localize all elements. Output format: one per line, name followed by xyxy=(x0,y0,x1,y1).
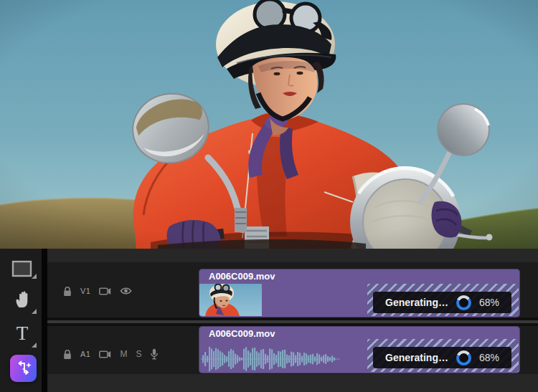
progress-spinner xyxy=(456,350,471,365)
mute-button[interactable]: M xyxy=(120,349,127,359)
track-divider[interactable] xyxy=(47,317,538,326)
clip-name: A006C009.mov xyxy=(209,271,275,282)
audio-track-header: A1 M S xyxy=(63,348,159,360)
generating-badge: Generating… 68% xyxy=(373,292,511,313)
video-track-target[interactable]: V1 xyxy=(80,287,90,295)
progress-percent: 68% xyxy=(479,297,499,308)
audio-waveform xyxy=(201,344,344,374)
video-clip[interactable]: A006C009.mov xyxy=(199,269,520,317)
premiere-pro-ui: T V1 xyxy=(0,0,538,392)
generative-extend-tool-button[interactable] xyxy=(10,355,37,382)
tools-panel: T xyxy=(0,249,42,392)
track-targeting-icon[interactable] xyxy=(99,350,111,359)
generating-badge: Generating… 68% xyxy=(373,347,511,368)
eye-icon[interactable] xyxy=(120,287,132,295)
type-tool-button[interactable]: T xyxy=(11,322,33,345)
track-targeting-icon[interactable] xyxy=(99,287,111,296)
clip-name: A006C009.mov xyxy=(209,328,275,339)
timeline-panel: T V1 xyxy=(0,249,538,392)
flyout-indicator xyxy=(32,309,37,314)
hand-tool-button[interactable] xyxy=(11,288,33,310)
generative-extend-icon xyxy=(15,360,32,377)
solo-button[interactable]: S xyxy=(136,349,141,359)
lock-icon[interactable] xyxy=(63,349,72,360)
audio-clip[interactable]: A006C009.mov Generating… 68% xyxy=(199,326,520,373)
hand-icon xyxy=(14,290,32,309)
progress-spinner xyxy=(456,295,471,310)
rectangle-icon xyxy=(11,260,33,278)
microphone-icon[interactable] xyxy=(150,348,159,360)
flyout-indicator xyxy=(32,274,37,279)
panel-divider xyxy=(42,249,47,392)
lock-icon[interactable] xyxy=(63,286,72,297)
type-tool-glyph: T xyxy=(16,324,29,343)
video-track-header: V1 xyxy=(63,285,132,297)
clip-thumbnail xyxy=(199,284,262,316)
generating-label: Generating… xyxy=(385,352,448,363)
flyout-indicator xyxy=(32,343,37,348)
program-monitor-image xyxy=(0,0,538,249)
rectangle-tool-button[interactable] xyxy=(11,259,34,279)
audio-track-target[interactable]: A1 xyxy=(80,350,90,358)
generating-label: Generating… xyxy=(385,297,448,308)
progress-percent: 68% xyxy=(479,352,499,363)
